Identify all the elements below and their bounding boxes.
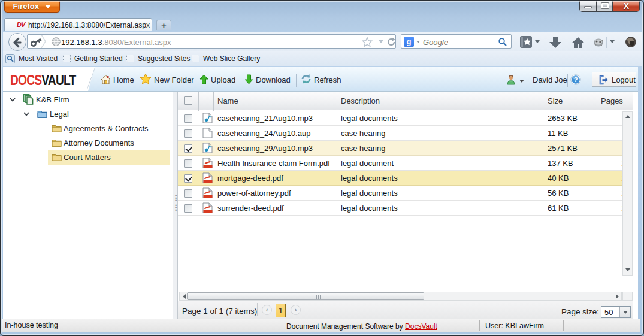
svg-text:?: ? [574,76,578,83]
